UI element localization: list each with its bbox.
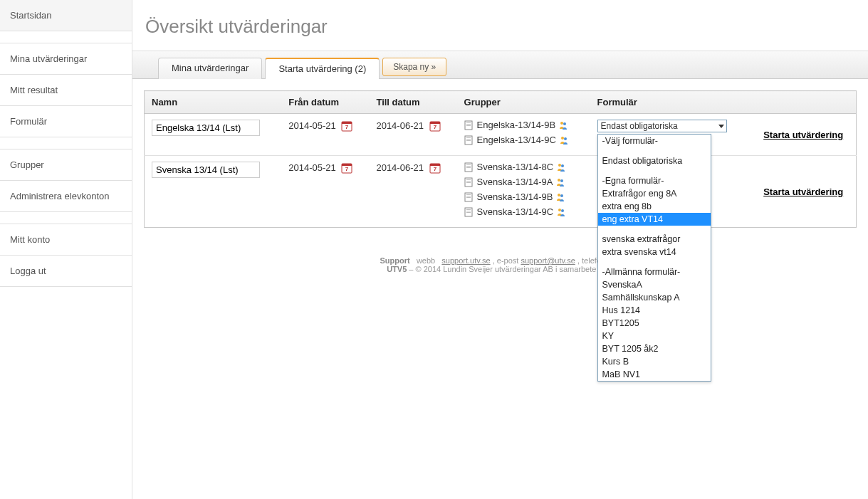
dropdown-option[interactable]: svenska extrafrågor bbox=[598, 233, 711, 246]
people-icon[interactable] bbox=[555, 192, 565, 202]
tab-skapa-ny[interactable]: Skapa ny » bbox=[382, 58, 446, 76]
starta-utvardering-link[interactable]: Starta utvärdering bbox=[763, 187, 843, 197]
calendar-icon[interactable]: 7 bbox=[341, 120, 352, 132]
group-name: Svenska-13/14-9C bbox=[477, 206, 554, 217]
name-input[interactable] bbox=[152, 162, 260, 178]
svg-rect-44 bbox=[466, 211, 471, 211]
svg-point-11 bbox=[563, 122, 566, 125]
svg-rect-7 bbox=[466, 122, 471, 123]
to-date: 2014-06-21 bbox=[376, 120, 424, 131]
svg-point-41 bbox=[560, 194, 563, 197]
tab-bar: Mina utvärderingar Starta utvärdering (2… bbox=[132, 51, 868, 79]
svg-text:7: 7 bbox=[345, 124, 349, 130]
svg-rect-26 bbox=[466, 166, 471, 167]
nav-mitt-resultat[interactable]: Mitt resultat bbox=[0, 75, 132, 105]
document-icon bbox=[464, 120, 474, 130]
from-date: 2014-05-21 bbox=[288, 162, 336, 173]
nav-logga-ut[interactable]: Logga ut bbox=[0, 256, 132, 286]
to-date: 2014-06-21 bbox=[376, 162, 424, 173]
dropdown-option[interactable]: BYT 1205 åk2 bbox=[598, 342, 711, 355]
table-row: 2014-05-21 7 2014-06-21 7 bbox=[145, 114, 857, 156]
dropdown-option[interactable]: BYT1205 bbox=[598, 317, 711, 330]
document-icon bbox=[464, 192, 474, 202]
nav-mina-utvarderingar[interactable]: Mina utvärderingar bbox=[0, 43, 132, 74]
document-icon bbox=[464, 207, 474, 217]
people-icon[interactable] bbox=[559, 135, 569, 145]
svg-rect-9 bbox=[466, 125, 471, 126]
name-input[interactable] bbox=[152, 120, 260, 136]
col-action bbox=[751, 91, 856, 114]
people-icon[interactable] bbox=[555, 177, 565, 187]
tab-starta-utvardering[interactable]: Starta utvärdering (2) bbox=[265, 58, 380, 79]
footer-support-email[interactable]: support@utv.se bbox=[521, 256, 575, 265]
nav-formular[interactable]: Formulär bbox=[0, 106, 132, 137]
svg-rect-8 bbox=[466, 124, 471, 125]
dropdown-option[interactable]: -Allmänna formulär- bbox=[598, 266, 711, 278]
svg-text:7: 7 bbox=[433, 166, 436, 172]
svg-rect-25 bbox=[466, 164, 471, 165]
dropdown-option[interactable]: eng extra VT14 bbox=[598, 213, 711, 226]
form-cell: Endast obligatoriska -Välj formulär-Enda… bbox=[590, 114, 751, 156]
svg-point-35 bbox=[560, 179, 563, 182]
calendar-icon[interactable]: 7 bbox=[341, 162, 352, 174]
dropdown-option[interactable]: Hus 1214 bbox=[598, 304, 711, 317]
footer-epost-label: , e-post bbox=[493, 256, 521, 265]
svg-rect-45 bbox=[466, 212, 471, 213]
svg-rect-15 bbox=[466, 140, 471, 141]
table-row: 2014-05-21 7 2014-06-21 7 bbox=[145, 156, 857, 228]
calendar-icon[interactable]: 7 bbox=[429, 162, 441, 174]
footer-brand: UTV5 bbox=[387, 265, 407, 273]
nav-grupper[interactable]: Grupper bbox=[0, 149, 132, 180]
group-name: Svenska-13/14-8C bbox=[477, 162, 554, 172]
footer-support-link[interactable]: support.utv.se bbox=[441, 256, 490, 265]
svg-rect-39 bbox=[466, 197, 471, 198]
form-dropdown[interactable]: -Välj formulär-Endast obligatoriska-Egna… bbox=[597, 134, 711, 382]
col-namn: Namn bbox=[145, 91, 282, 114]
dropdown-option[interactable]: Extrafrågor eng 8A bbox=[598, 187, 711, 200]
dropdown-option[interactable]: MaB NV1 bbox=[598, 368, 711, 381]
svg-rect-37 bbox=[466, 194, 471, 195]
people-icon[interactable] bbox=[556, 207, 566, 217]
svg-point-16 bbox=[561, 137, 564, 140]
footer: Support webb support.utv.se , e-post sup… bbox=[132, 239, 868, 290]
people-icon[interactable] bbox=[556, 162, 566, 172]
svg-point-29 bbox=[561, 164, 564, 167]
svg-rect-38 bbox=[466, 196, 471, 196]
svg-point-28 bbox=[558, 164, 561, 167]
starta-utvardering-link[interactable]: Starta utvärdering bbox=[763, 130, 843, 140]
group-name: Svenska-13/14-9A bbox=[477, 177, 553, 187]
tab-mina-utvarderingar[interactable]: Mina utvärderingar bbox=[158, 58, 262, 79]
col-till-datum: Till datum bbox=[369, 91, 456, 114]
form-select[interactable]: Endast obligatoriska bbox=[597, 120, 727, 132]
sidebar: Startsidan Mina utvärderingar Mitt resul… bbox=[0, 0, 132, 499]
nav-startsidan[interactable]: Startsidan bbox=[0, 0, 132, 31]
dropdown-option[interactable]: -Egna formulär- bbox=[598, 174, 711, 187]
svg-point-46 bbox=[558, 209, 561, 211]
dropdown-option[interactable]: Samhällskunskap A bbox=[598, 291, 711, 304]
dropdown-option[interactable]: -Välj formulär- bbox=[598, 135, 711, 147]
group-name: Engelska-13/14-9B bbox=[477, 120, 556, 130]
col-formular: Formulär bbox=[590, 91, 751, 114]
nav-administrera-elevkonton[interactable]: Administrera elevkonton bbox=[0, 181, 132, 211]
dropdown-option[interactable]: SvenskaA bbox=[598, 278, 711, 291]
dropdown-option[interactable]: Kurs B bbox=[598, 355, 711, 368]
dropdown-option[interactable]: Endast obligatoriska bbox=[598, 154, 711, 167]
calendar-icon[interactable]: 7 bbox=[429, 120, 441, 132]
svg-point-17 bbox=[564, 137, 567, 140]
dropdown-option[interactable]: extra eng 8b bbox=[598, 200, 711, 213]
document-icon bbox=[464, 177, 474, 187]
dropdown-option[interactable]: extra svenska vt14 bbox=[598, 246, 711, 258]
svg-text:7: 7 bbox=[345, 166, 349, 172]
nav-mitt-konto[interactable]: Mitt konto bbox=[0, 224, 132, 255]
document-icon bbox=[464, 162, 474, 172]
dropdown-option[interactable]: KY bbox=[598, 330, 711, 342]
groups-cell: Engelska-13/14-9B Engelska-13/14-9C bbox=[457, 114, 590, 156]
groups-cell: Svenska-13/14-8C Svenska-13/14-9A Svensk bbox=[457, 156, 590, 228]
footer-webb-label: webb bbox=[417, 256, 435, 265]
people-icon[interactable] bbox=[558, 120, 568, 130]
group-name: Svenska-13/14-9B bbox=[477, 191, 553, 202]
document-icon bbox=[464, 135, 474, 145]
from-date: 2014-05-21 bbox=[288, 120, 336, 131]
page-title: Översikt utvärderingar bbox=[132, 0, 868, 51]
svg-point-47 bbox=[561, 209, 564, 212]
